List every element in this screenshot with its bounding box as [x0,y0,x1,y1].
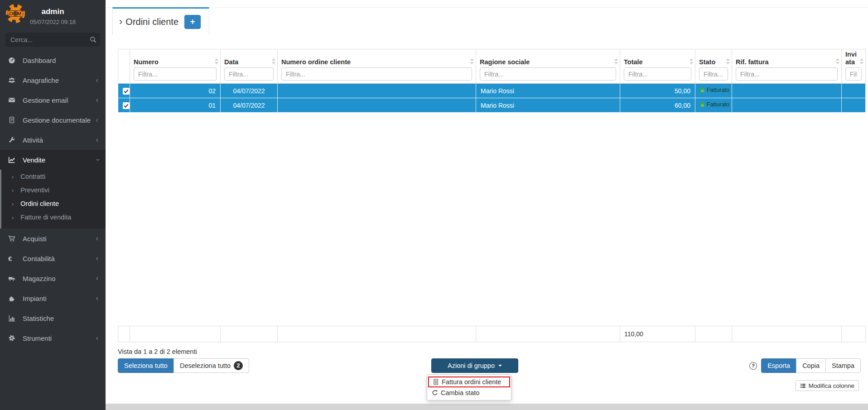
column-header-numero[interactable]: Numero [130,49,221,84]
sidebar-item-acquisti[interactable]: Acquisti ‹ [0,229,106,248]
column-header-rif-fattura[interactable]: Rif. fattura [732,49,842,84]
table-row[interactable]: 01 04/07/2022 Mario Rossi 60,00 Fatturat… [118,98,866,113]
sort-icon[interactable] [726,58,730,64]
column-header-ragione-sociale[interactable]: Ragione sociale [476,49,620,84]
filter-input-stato[interactable] [699,67,728,81]
chevron-left-icon: ‹ [96,275,98,282]
filter-input-inviata[interactable] [845,67,862,81]
orders-table-footer: 110,00 [118,326,866,342]
menu-item-cambia-stato[interactable]: Cambia stato [427,387,511,398]
status-badge: Fatturato [700,101,729,108]
help-icon[interactable]: ? [749,362,757,370]
column-header-data[interactable]: Data [221,49,278,84]
selected-count-badge: 2 [234,361,243,370]
sort-icon[interactable] [690,58,693,64]
sidebar: OSM admin 05/07/2022 09:18 Dashboard Ana… [0,0,106,410]
sidebar-item-fatture-di-vendita[interactable]: › Fatture di vendita [1,210,106,224]
filter-input-data[interactable] [224,67,274,81]
filter-input-rif-fattura[interactable] [736,67,838,81]
cell-rif-fattura [732,84,842,98]
sidebar-item-label: Dashboard [23,57,56,64]
chevron-left-icon: ‹ [96,235,98,242]
sidebar-header: OSM admin 05/07/2022 09:18 [0,0,106,47]
sidebar-item-gestione-email[interactable]: Gestione email ‹ [0,90,106,110]
chevron-right-icon: › [12,173,14,180]
select-all-button[interactable]: Seleziona tutto [118,358,174,373]
cell-numero-ordine-cliente [278,84,476,98]
document-icon [8,116,17,124]
deselect-all-button[interactable]: Deseleziona tutto 2 [174,358,249,373]
table-row[interactable]: 02 04/07/2022 Mario Rossi 50,00 Fatturat… [118,84,866,98]
cell-inviata [842,98,866,113]
sidebar-item-anagrafiche[interactable]: Anagrafiche ‹ [0,70,106,90]
chevron-left-icon: ‹ [96,136,98,143]
column-header-stato[interactable]: Stato [695,49,732,84]
truck-icon [8,275,17,282]
tab-ordini-cliente[interactable]: › Ordini cliente + [112,7,209,35]
columns-list-icon [800,383,806,389]
chevron-right-icon: › [12,200,14,207]
sidebar-menu: Dashboard Anagrafiche ‹ Gestione email ‹… [0,50,106,348]
column-header-totale[interactable]: Totale [620,49,695,84]
chevron-left-icon: ‹ [96,76,98,84]
copy-button[interactable]: Copia [796,358,826,373]
filter-input-numero[interactable] [134,67,217,81]
chevron-right-icon: › [12,214,14,221]
filter-input-totale[interactable] [624,67,691,81]
puzzle-icon [8,295,17,302]
row-checkbox-checked[interactable] [123,88,130,95]
sort-icon[interactable] [272,58,275,64]
sidebar-item-label: Impianti [23,295,47,302]
sidebar-item-gestione-documentale[interactable]: Gestione documentale ‹ [0,110,106,130]
gauge-icon [8,57,17,64]
column-header-inviata[interactable]: Inviata [842,49,866,84]
sidebar-item-statistiche[interactable]: Statistiche [0,308,106,328]
sidebar-item-label: Strumenti [23,334,52,342]
search-input[interactable] [5,33,100,47]
search-icon[interactable] [90,36,96,43]
refresh-icon [432,390,438,396]
sort-icon[interactable] [470,58,474,64]
sidebar-item-label: Vendite [23,156,45,164]
group-actions-button[interactable]: Azioni di gruppo [431,358,518,373]
main-content: › Ordini cliente + Numero Data [106,0,868,404]
print-button[interactable]: Stampa [825,358,861,373]
cell-stato: Fatturato [695,98,732,113]
bar-chart-icon [8,315,17,322]
sidebar-item-magazzino[interactable]: Magazzino ‹ [0,268,106,288]
sidebar-item-dashboard[interactable]: Dashboard [0,50,106,70]
sidebar-item-preventivi[interactable]: › Preventivi [1,183,106,197]
sidebar-item-strumenti[interactable]: Strumenti ‹ [0,328,106,348]
tabbar-divider [106,7,868,8]
sidebar-item-label: Acquisti [23,235,47,243]
sidebar-item-attivita[interactable]: Attività ‹ [0,130,106,150]
add-order-button[interactable]: + [184,15,201,29]
sidebar-item-impianti[interactable]: Impianti ‹ [0,288,106,308]
sidebar-item-label: Contabilità [23,255,55,262]
sidebar-subitem-label: Contratti [20,173,45,180]
pagination-info: Vista da 1 a 2 di 2 elementi [118,348,197,355]
sort-icon[interactable] [215,58,218,64]
column-header-numero-ordine-cliente[interactable]: Numero ordine cliente [278,49,476,84]
sidebar-subitem-label: Ordini cliente [20,200,59,207]
edit-columns-button[interactable]: Modifica colonne [796,380,859,391]
status-badge: Fatturato [700,87,729,93]
menu-item-fattura-ordini-cliente[interactable]: Fattura ordini cliente [428,377,510,387]
filter-input-ragione-sociale[interactable] [480,67,616,81]
export-button[interactable]: Esporta [761,358,796,373]
cell-numero: 02 [130,84,221,98]
chevron-left-icon: ‹ [96,295,98,302]
filter-input-numero-ordine-cliente[interactable] [281,67,472,81]
selection-button-group: Seleziona tutto Deseleziona tutto 2 [118,358,249,373]
sidebar-item-vendite[interactable]: Vendite ‹ [0,150,106,170]
sort-icon[interactable] [614,58,618,64]
users-icon [8,76,17,84]
sort-icon[interactable] [836,58,839,64]
row-checkbox-checked[interactable] [123,102,130,109]
sidebar-item-contabilita[interactable]: € Contabilità ‹ [0,248,106,268]
sidebar-item-ordini-cliente[interactable]: › Ordini cliente [1,197,106,210]
sort-icon[interactable] [860,58,863,64]
sidebar-item-contratti[interactable]: › Contratti [1,170,106,183]
invoice-file-icon [700,102,705,108]
totals-totale: 110,00 [620,326,695,342]
